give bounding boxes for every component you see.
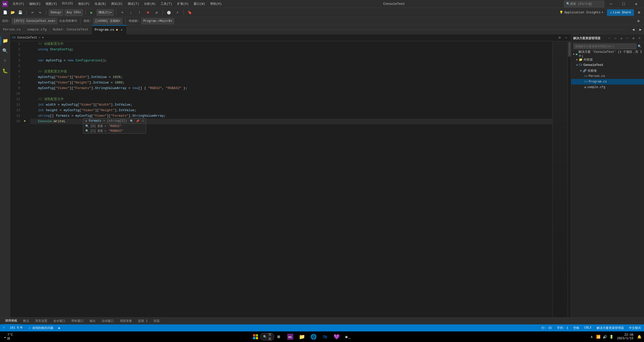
- menu-debug[interactable]: 调试(D): [109, 1, 125, 7]
- activity-debug[interactable]: 🐛: [1, 66, 10, 75]
- extensions-button[interactable]: ⊞: [635, 9, 642, 16]
- taskbar-windows-button[interactable]: [250, 331, 261, 342]
- status-row[interactable]: 行: 15: [541, 326, 553, 330]
- debug-config-dropdown[interactable]: Debug ▾: [49, 9, 63, 16]
- status-zoom[interactable]: 161 % 🔍: [9, 326, 25, 330]
- panel-refresh-icon[interactable]: ↺: [619, 36, 624, 41]
- open-file-button[interactable]: 📂: [9, 9, 16, 16]
- tab-scroll-right[interactable]: ▶: [637, 26, 644, 33]
- editor-more-button[interactable]: ⋯: [563, 35, 569, 40]
- panel-property-icon[interactable]: ≡: [637, 36, 642, 41]
- restart-button[interactable]: ↺: [153, 9, 160, 16]
- taskbar-explorer-button[interactable]: 📁: [297, 331, 307, 342]
- tab-watch[interactable]: 监视 1: [135, 318, 151, 325]
- redo-button[interactable]: ↪: [37, 9, 44, 16]
- continue-dropdown[interactable]: 继续(C) ▾: [97, 9, 114, 16]
- step-over-button[interactable]: ↷: [119, 9, 126, 16]
- bookmark-button[interactable]: 🔖: [186, 9, 193, 16]
- menu-test[interactable]: 测试(T): [125, 1, 142, 7]
- taskbar-terminal-button[interactable]: ▶_: [343, 331, 353, 342]
- taskbar-edge-button[interactable]: 🌐: [308, 331, 319, 342]
- continue-button[interactable]: ▶: [88, 9, 95, 16]
- taskbar-search-button[interactable]: 🔍 搜索: [262, 331, 272, 342]
- tray-chevron[interactable]: ∧: [589, 334, 594, 339]
- panel-settings-icon[interactable]: ⚙: [631, 36, 636, 41]
- tree-project[interactable]: ▼ C# ConsoleTest: [571, 62, 644, 68]
- tray-battery-icon[interactable]: 🔋: [609, 334, 614, 339]
- taskbar-taskview-button[interactable]: ⊞: [273, 331, 284, 342]
- activity-git[interactable]: ⑂: [1, 56, 10, 65]
- scrollbar-thumb[interactable]: [568, 42, 571, 57]
- datatip-pin-icon[interactable]: 📌: [136, 119, 139, 123]
- save-button[interactable]: 💾: [17, 9, 24, 16]
- title-search[interactable]: 🔍 搜索 (Ctrl+Q): [564, 1, 604, 7]
- undo-button[interactable]: ↩: [29, 9, 36, 16]
- tab-close-button[interactable]: ✕: [120, 28, 124, 32]
- menu-tools[interactable]: 工具(T): [158, 1, 175, 7]
- editor-split-button[interactable]: ⊟: [557, 35, 562, 40]
- menu-extensions[interactable]: 扩展(X): [175, 1, 191, 7]
- tab-breakpoints[interactable]: 断点: [20, 318, 32, 325]
- status-solution-explorer[interactable]: 解决方案资源管理器: [596, 326, 625, 330]
- breakpoints-button[interactable]: ⬤: [165, 9, 172, 16]
- datatip-lookup-1[interactable]: 查看 ▾: [97, 129, 106, 133]
- code-content[interactable]: // 创建配置文件 using SharpConfig; var myConfi…: [29, 41, 552, 317]
- tab-sample-cfg[interactable]: sample.cfg: [24, 25, 50, 34]
- panel-home-icon[interactable]: ⌂: [613, 36, 618, 41]
- tab-callstack[interactable]: 调用堆栈: [2, 318, 20, 325]
- menu-git[interactable]: Git(G): [60, 1, 76, 7]
- thread-dropdown[interactable]: [14560] 主线程 ▾: [93, 18, 122, 24]
- tab-output[interactable]: 输出: [87, 318, 99, 325]
- taskbar-vs-purple[interactable]: 💜: [331, 331, 342, 342]
- app-insights-button[interactable]: 💡 Application Insights ▾: [557, 9, 605, 16]
- panel-collapse-icon[interactable]: —: [625, 36, 630, 41]
- menu-project[interactable]: 项目(P): [76, 1, 92, 7]
- step-into-button[interactable]: ↓: [127, 9, 134, 16]
- solution-search-icon[interactable]: 🔍: [637, 44, 642, 49]
- maximize-button[interactable]: □: [618, 0, 629, 8]
- tab-command[interactable]: 命令窗口: [50, 318, 68, 325]
- taskbar-clock[interactable]: 22:36 2023/1/15: [616, 332, 634, 341]
- status-issues[interactable]: ✓ 未找到相关问题: [28, 326, 54, 330]
- menu-build[interactable]: 生成(B): [92, 1, 109, 7]
- datatip-item-0[interactable]: 🔍 [0] 查看 ▾ "RGB32": [83, 124, 146, 129]
- tree-solution[interactable]: ▶ ◼ 解决方案 'ConsoleTest' (1 个项目，共 1 个): [571, 51, 644, 57]
- tab-scroll-left[interactable]: ◀: [630, 26, 637, 33]
- status-run-icon[interactable]: ▶: [57, 326, 61, 330]
- tab-locals[interactable]: 局部变量: [117, 318, 135, 325]
- tree-program-cs[interactable]: C# Program.cs: [571, 79, 644, 84]
- datatip-item-1[interactable]: 🔍 [1] 查看 ▾ "RGBA32": [83, 129, 146, 133]
- status-col[interactable]: 字符: 1: [556, 326, 569, 330]
- callstack-dropdown[interactable]: Program.<Main>$ ▾: [141, 18, 174, 24]
- debug-settings-button[interactable]: ⚙: [635, 18, 642, 25]
- code-editor[interactable]: 1 2 3 4 5 6 7 8 9 10 11 12 13 14 15 ➤: [10, 41, 571, 317]
- activity-explorer[interactable]: 📁: [1, 36, 10, 45]
- cpu-config-dropdown[interactable]: Any CPU ▾: [65, 9, 83, 16]
- taskbar-weather[interactable]: ☁ 7°C 阴: [2, 332, 15, 341]
- menu-file[interactable]: 文件(F): [10, 1, 27, 7]
- datatip-close-icon[interactable]: □: [142, 119, 144, 122]
- editor-scrollbar[interactable]: [567, 41, 571, 317]
- status-spaces[interactable]: 空格: [572, 326, 580, 330]
- status-encoding[interactable]: CRLF: [583, 326, 593, 330]
- panel-back-icon[interactable]: ←: [607, 36, 612, 41]
- live-share-button[interactable]: ↗ Live Share: [607, 9, 634, 16]
- exceptions-button[interactable]: ⚡: [174, 9, 181, 16]
- tab-immediate[interactable]: 即时窗口: [68, 318, 87, 325]
- solution-search-input[interactable]: [573, 44, 636, 49]
- datatip-lookup-0[interactable]: 查看 ▾: [97, 124, 106, 128]
- status-branch[interactable]: ⑂: [2, 326, 6, 330]
- tray-network-icon[interactable]: 📶: [595, 334, 601, 339]
- menu-edit[interactable]: 编辑(E): [27, 1, 43, 7]
- menu-window[interactable]: 窗口(W): [191, 1, 208, 7]
- stop-button[interactable]: ■: [145, 9, 152, 16]
- datatip-expand-icon[interactable]: ▽: [85, 119, 87, 123]
- taskbar-store-button[interactable]: 🛍: [320, 331, 330, 342]
- taskbar-vs-pinned[interactable]: VS: [285, 331, 296, 342]
- tree-person-cs[interactable]: C# Person.cs: [571, 73, 644, 79]
- tab-program-cs[interactable]: Program.cs ● ✕: [92, 25, 127, 34]
- menu-analyze[interactable]: 分析(N): [141, 1, 158, 7]
- notification-center-button[interactable]: 🔔: [636, 334, 642, 339]
- breadcrumb-consoltest[interactable]: ConsoleTest: [17, 36, 37, 39]
- datatip-search-icon[interactable]: 🔍: [130, 119, 133, 123]
